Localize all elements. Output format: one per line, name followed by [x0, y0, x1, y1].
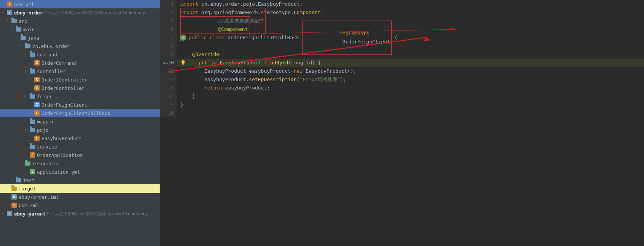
tree-item-ebuy-order[interactable]: m ebuy-order D:\大三下学期java学习\实训\springClo… [0, 8, 160, 17]
line-number: 6 [163, 25, 174, 34]
tree-item-label: OrderFeignClient [42, 102, 87, 108]
tree-item-label: main [23, 27, 35, 32]
tree-item-label: pom.xml [14, 2, 34, 7]
arrow-icon [24, 69, 29, 73]
class-icon: C [34, 85, 40, 91]
tree-item-orderFeignClientCallBack[interactable]: C OrderFeignClientCallBack [0, 109, 160, 117]
arrow-icon [6, 19, 11, 23]
tree-item-label: ebuy-parent [14, 211, 46, 217]
code-line-14: } [177, 92, 644, 101]
implements-box: implements OrderFeignClient [302, 21, 392, 55]
arrow-icon [24, 128, 29, 132]
module-icon: m [7, 10, 12, 15]
tree-item-label: OrderController [42, 85, 85, 91]
code-line-9: @Override [177, 50, 644, 59]
tree-item-label: feign [37, 94, 51, 99]
tree-item-label: OrderCommand [42, 60, 76, 66]
tree-item-label: mapper [37, 119, 54, 125]
tree-item-java[interactable]: java [0, 34, 160, 42]
arrow-icon [11, 178, 15, 182]
tree-item-label: pom.xml [19, 203, 39, 208]
tree-item-main[interactable]: main [0, 25, 160, 34]
gutter-run-icon: ● [163, 59, 165, 67]
code-editor[interactable]: 3 4 5 6 7 8 9 ● ▲ 10 11 12 13 14 15 16 [160, 0, 644, 246]
folder-icon [30, 145, 35, 149]
tree-item-label: test [23, 177, 35, 183]
tree-item-pojo[interactable]: pojo [0, 126, 160, 134]
file-tree-sidebar[interactable]: x pom.xml m ebuy-order D:\大三下学期java学习\实训… [0, 0, 160, 246]
line-number: 12 [163, 75, 174, 84]
code-line-3: import cn.ebuy.order.pojo.EasybuyProduct… [177, 0, 644, 8]
tree-item-label: java [28, 35, 39, 41]
code-line-12: easybuyProduct. setEpDescription ( "Feig… [177, 75, 644, 84]
folder-icon [30, 120, 35, 124]
tree-item-controller[interactable]: controller [0, 67, 160, 75]
tree-item-orderFeignClient[interactable]: I OrderFeignClient [0, 101, 160, 109]
line-numbers-gutter: 3 4 5 6 7 8 9 ● ▲ 10 11 12 13 14 15 16 [160, 0, 177, 117]
tree-item-pom-xml[interactable]: x pom.xml [0, 201, 160, 209]
tree-item-mapper[interactable]: mapper [0, 117, 160, 126]
tree-item-pom-xml-top[interactable]: x pom.xml [0, 0, 160, 8]
arrow-icon [11, 27, 15, 32]
tree-item-ebuy-order-iml[interactable]: m ebuy-order.iml [0, 193, 160, 201]
tree-item-order2controller[interactable]: C Order2Controller [0, 75, 160, 84]
line-number: 8 [163, 42, 174, 50]
code-content: 3 4 5 6 7 8 9 ● ▲ 10 11 12 13 14 15 16 [160, 0, 644, 117]
class-icon: C [34, 60, 40, 65]
class-icon: C [34, 136, 40, 141]
tree-item-label: OrderApplication [37, 152, 83, 158]
tree-item-label: cn.ebuy.order [32, 43, 70, 49]
arrow-icon [15, 35, 20, 40]
line-number: 15 [163, 101, 174, 109]
module-icon: m [7, 211, 12, 216]
folder-icon [30, 69, 35, 73]
tree-item-command[interactable]: command [0, 50, 160, 59]
folder-icon [25, 161, 30, 166]
tree-item-easybuyproduct[interactable]: C EasybuyProduct [0, 134, 160, 142]
folder-icon [25, 44, 30, 48]
folder-icon [11, 19, 17, 23]
feign-indicator-icon: ↗ [180, 35, 186, 41]
tree-item-label: EasybuyProduct [42, 136, 82, 141]
line-number: 9 [163, 50, 174, 59]
code-line-8 [177, 42, 644, 50]
code-line-11: EasybuyProduct easybuyProduct= new Easyb… [177, 67, 644, 75]
code-line-10: 💡 public EasybuyProduct findById ( Long … [177, 59, 644, 67]
tree-item-label: pojo [37, 127, 48, 133]
folder-icon [11, 187, 17, 191]
tree-item-order-command[interactable]: C OrderCommand [0, 59, 160, 67]
tree-item-resources[interactable]: resources [0, 159, 160, 168]
tree-item-application-yml[interactable]: y application.yml [0, 168, 160, 176]
line-number: 16 [163, 109, 174, 117]
xml-icon: x [11, 203, 17, 208]
keyword-import: import [180, 0, 198, 8]
tree-item-ordercontroller[interactable]: C OrderController [0, 84, 160, 92]
module-icon: m [11, 194, 17, 200]
folder-icon [30, 94, 35, 99]
tree-item-ebuy-parent[interactable]: m ebuy-parent D:\大三下学期java学习\实训\springCl… [0, 209, 160, 218]
tree-item-label: OrderFeignClientCallBack [42, 110, 111, 116]
tree-item-target[interactable]: target [0, 184, 160, 193]
tree-item-src[interactable]: src [0, 17, 160, 25]
warning-bulb-icon: 💡 [180, 59, 186, 67]
line-number: 14 [163, 92, 174, 101]
tree-item-label: target [19, 186, 36, 192]
code-line-13: return easybuyProduct; [177, 84, 644, 92]
tree-item-cn-ebuy-order[interactable]: cn.ebuy.order [0, 42, 160, 50]
gutter-arrow-up-icon: ▲ [166, 59, 168, 67]
class-icon: C [30, 152, 35, 158]
xml-icon: x [7, 2, 12, 7]
tree-item-label: ebuy-order.iml [19, 194, 59, 200]
tree-item-test[interactable]: test [0, 176, 160, 184]
arrow-icon [24, 94, 29, 99]
line-number: 3 [163, 0, 174, 8]
yaml-icon: y [30, 169, 35, 174]
tree-item-feign[interactable]: feign [0, 92, 160, 101]
code-line-16 [177, 109, 644, 117]
arrow-icon [2, 10, 6, 15]
tree-item-service[interactable]: service [0, 142, 160, 151]
folder-icon [16, 178, 21, 182]
tree-item-orderapplication[interactable]: C OrderApplication [0, 151, 160, 159]
folder-icon [16, 27, 21, 32]
folder-icon [30, 53, 35, 57]
